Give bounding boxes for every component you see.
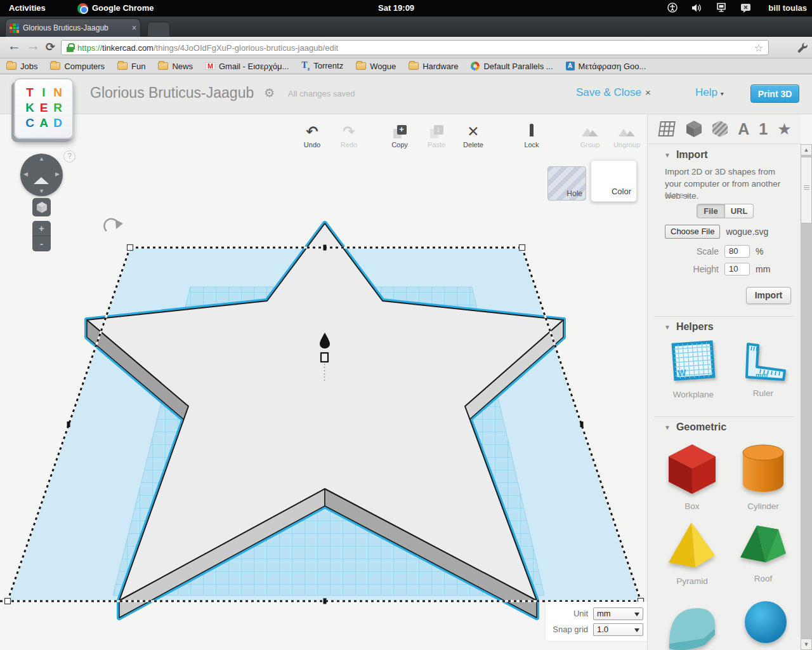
wrench-menu-icon[interactable]: [797, 42, 808, 53]
focused-app-indicator[interactable]: Google Chrome: [77, 0, 154, 17]
display-icon[interactable]: [716, 3, 726, 13]
bookmark-torrentz[interactable]: TzTorrentz: [301, 60, 343, 72]
workplane-icon: W: [669, 340, 717, 385]
tinkercad-header: TIN KER CAD Glorious Bruticus-Jaagub ⚙ A…: [0, 74, 812, 114]
bookmark-parallels[interactable]: Default Parallels ...: [471, 62, 553, 71]
divider: [654, 416, 795, 417]
view-navigation-pad[interactable]: ▲ ▼ ◀ ▶: [20, 154, 63, 196]
user-menu[interactable]: bill toulas: [768, 0, 807, 17]
activities-button[interactable]: Activities: [9, 0, 46, 17]
snap-grid-select[interactable]: 1.0: [593, 623, 643, 636]
solid-shapes-icon[interactable]: [686, 120, 702, 138]
height-input[interactable]: 10: [724, 263, 750, 275]
scroll-up-icon[interactable]: ▲: [801, 144, 812, 156]
help-menu[interactable]: Help ▾: [695, 86, 724, 99]
chevron-down-icon: ▾: [721, 90, 724, 97]
url-bar[interactable]: https://tinkercad.com/things/4JoOIdFgXuP…: [61, 40, 769, 55]
bookmark-fun[interactable]: Fun: [117, 62, 145, 71]
delete-button[interactable]: ✕ Delete: [455, 123, 492, 149]
group-button[interactable]: Group: [572, 123, 608, 149]
new-tab-button[interactable]: [147, 22, 170, 37]
save-close-link[interactable]: Save & Close×: [576, 86, 651, 99]
paste-button[interactable]: ↓ Paste: [418, 123, 455, 149]
sidebar-scrollbar[interactable]: ▲ ▼: [801, 144, 812, 650]
help-bubble[interactable]: ?: [63, 150, 75, 162]
text-shapes-icon[interactable]: A: [738, 121, 749, 137]
scrollbar-thumb[interactable]: [801, 157, 812, 223]
pan-left-icon[interactable]: ◀: [23, 171, 28, 177]
choose-file-button[interactable]: Choose File: [665, 225, 720, 239]
geometric-section-header[interactable]: ▼ Geometric: [648, 421, 726, 433]
design-settings-gear-icon[interactable]: ⚙: [264, 86, 275, 100]
zoom-control: + -: [32, 221, 51, 251]
workplane-helper[interactable]: W Workplane: [662, 340, 725, 399]
home-view-icon[interactable]: [34, 166, 49, 182]
copy-button[interactable]: + Copy: [381, 123, 418, 149]
view-cube-button[interactable]: [32, 198, 51, 216]
accessibility-icon[interactable]: [667, 3, 678, 13]
clock[interactable]: Sat 19:09: [378, 0, 414, 17]
paraboloid-shape[interactable]: [660, 597, 724, 650]
bookmark-star-icon[interactable]: ☆: [754, 42, 763, 54]
tinkercad-logo[interactable]: TIN KER CAD: [14, 78, 74, 139]
bookmark-translate[interactable]: AΜετάφραση Goo...: [566, 62, 646, 71]
roof-icon: [737, 519, 790, 569]
import-section-header[interactable]: ▼ Import: [648, 149, 708, 161]
hole-swatch[interactable]: Hole: [547, 166, 586, 201]
roof-shape[interactable]: Roof: [731, 519, 795, 583]
color-swatch[interactable]: Color: [591, 160, 637, 202]
forward-button[interactable]: →: [27, 38, 40, 53]
box-shape[interactable]: Box: [660, 442, 724, 511]
half-cylinder-icon: [665, 597, 719, 650]
cylinder-shape[interactable]: Cylinder: [731, 442, 795, 511]
favorites-icon[interactable]: ★: [777, 121, 791, 137]
torrentz-icon: Tz: [301, 60, 310, 72]
folder-icon: [50, 62, 60, 70]
bookmark-wogue[interactable]: Wogue: [356, 62, 396, 71]
bookmark-gmail[interactable]: MGmail - Εισερχόμ...: [206, 62, 289, 71]
unit-select[interactable]: mm: [593, 607, 643, 620]
zoom-out-button[interactable]: -: [32, 236, 51, 251]
scroll-down-icon[interactable]: ▼: [801, 639, 812, 650]
tab-close-icon[interactable]: ×: [132, 23, 136, 32]
bookmark-news[interactable]: News: [158, 62, 193, 71]
back-button[interactable]: ←: [8, 38, 21, 53]
bookmark-jobs[interactable]: Jobs: [6, 62, 37, 71]
system-bar: Activities Google Chrome Sat 19:09: [0, 0, 812, 17]
design-title[interactable]: Glorious Bruticus-Jaagub: [90, 84, 254, 102]
url-tab[interactable]: URL: [725, 204, 754, 218]
scale-input[interactable]: 80: [724, 245, 750, 258]
zoom-in-button[interactable]: +: [32, 221, 51, 236]
helpers-section-header[interactable]: ▼ Helpers: [648, 321, 714, 333]
reload-button[interactable]: ⟳: [46, 40, 55, 54]
bookmark-hardware[interactable]: Hardware: [409, 62, 458, 71]
browser-tab[interactable]: Glorious Bruticus-Jaagub ×: [5, 18, 141, 37]
import-more-link[interactable]: More ▸: [665, 190, 690, 200]
ruler-helper[interactable]: mm Ruler: [731, 342, 795, 398]
thumb-grip: [804, 189, 809, 190]
pan-up-icon[interactable]: ▲: [39, 156, 44, 162]
bookmarks-bar: Jobs Computers Fun News MGmail - Εισερχό…: [0, 58, 812, 74]
lock-button[interactable]: Lock: [513, 123, 550, 149]
hole-shapes-icon[interactable]: [712, 120, 728, 138]
workplane-category-icon[interactable]: [657, 121, 676, 137]
ungroup-button[interactable]: Ungroup: [608, 123, 645, 149]
tab-strip: Glorious Bruticus-Jaagub ×: [0, 17, 812, 37]
ungroup-icon: [618, 126, 636, 137]
undo-button[interactable]: ↶ Undo: [294, 123, 331, 149]
copy-icon: +: [393, 125, 407, 138]
rotate-handle-icon[interactable]: [104, 219, 123, 231]
bookmark-computers[interactable]: Computers: [50, 62, 105, 71]
print-3d-button[interactable]: Print 3D: [750, 84, 799, 103]
pyramid-shape[interactable]: Pyramid: [660, 519, 724, 586]
volume-icon[interactable]: [691, 3, 702, 13]
chat-icon[interactable]: [740, 3, 751, 13]
import-button[interactable]: Import: [746, 287, 791, 304]
number-shapes-icon[interactable]: 1: [759, 121, 768, 137]
redo-button[interactable]: ↷ Redo: [331, 123, 367, 149]
sphere-shape[interactable]: [734, 599, 797, 650]
pan-down-icon[interactable]: ▼: [39, 188, 44, 194]
pan-right-icon[interactable]: ▶: [55, 171, 60, 177]
file-tab[interactable]: File: [697, 204, 725, 218]
close-icon: ×: [645, 87, 651, 98]
